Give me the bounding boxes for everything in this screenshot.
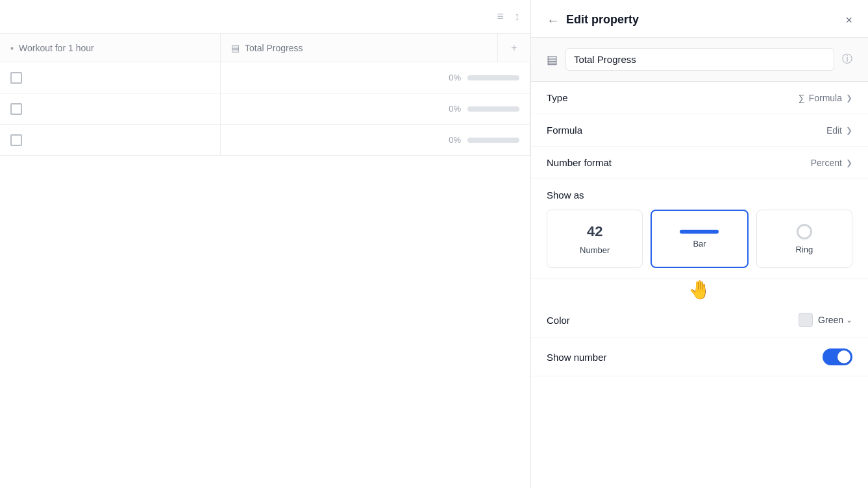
checkbox-2[interactable] — [10, 103, 22, 115]
number-format-chevron-icon: ❯ — [846, 158, 852, 167]
checkbox-1[interactable] — [10, 72, 22, 84]
table-header: ▪ Workout for 1 hour ▤ Total Progress + — [0, 34, 530, 62]
number-format-row: Number format Percent ❯ — [531, 147, 868, 179]
property-name-input[interactable] — [565, 48, 834, 71]
cell-progress-2: 0% — [221, 93, 530, 124]
number-format-value-button[interactable]: Percent ❯ — [811, 158, 852, 168]
number-option-label: Number — [580, 245, 610, 255]
workout-column-icon: ▪ — [10, 43, 14, 53]
color-right: Green ⌄ — [799, 313, 852, 327]
panel-header: ← Edit property × — [531, 0, 868, 38]
show-number-label: Show number — [547, 352, 607, 363]
cell-progress-1: 0% — [221, 62, 530, 93]
show-number-toggle[interactable] — [823, 348, 852, 365]
column-progress-label: Total Progress — [245, 43, 303, 53]
filter-icon[interactable]: ≡ — [497, 10, 504, 23]
type-chevron-icon: ❯ — [846, 93, 852, 103]
show-as-option-number[interactable]: 42 Number — [547, 210, 643, 268]
sort-icon[interactable]: ↕ — [514, 10, 520, 23]
formula-value-text: Edit — [826, 125, 842, 136]
type-value-button[interactable]: ∑ Formula ❯ — [799, 93, 852, 103]
show-as-option-ring[interactable]: Ring — [756, 210, 852, 268]
progress-value-1: 0% — [440, 73, 461, 82]
show-as-option-bar[interactable]: Bar 🤚 — [651, 210, 748, 268]
property-type-icon: ▤ — [547, 53, 558, 67]
progress-bar-bg-2 — [467, 106, 519, 112]
sigma-icon: ∑ — [799, 93, 805, 103]
table-row: 0% — [0, 62, 530, 93]
cell-checkbox-2[interactable] — [0, 93, 221, 124]
panel-header-left: ← Edit property — [547, 13, 639, 27]
ring-option-label: Ring — [795, 245, 813, 254]
formula-label: Formula — [547, 125, 582, 136]
add-column-button[interactable]: + — [498, 34, 530, 62]
type-row: Type ∑ Formula ❯ — [531, 82, 868, 114]
toolbar: ≡ ↕ — [0, 0, 530, 34]
show-number-row: Show number — [531, 338, 868, 376]
show-as-label: Show as — [547, 189, 852, 201]
ring-visual — [797, 224, 812, 239]
formula-chevron-icon: ❯ — [846, 126, 852, 135]
show-as-options: 42 Number Bar 🤚 Ring — [547, 210, 852, 268]
close-button[interactable]: × — [845, 14, 852, 26]
bar-visual — [680, 230, 719, 234]
type-value-text: Formula — [809, 93, 842, 103]
color-dropdown-button[interactable]: Green ⌄ — [818, 315, 852, 325]
cell-progress-3: 0% — [221, 125, 530, 155]
color-dropdown-arrow-icon: ⌄ — [846, 315, 852, 324]
info-icon[interactable]: ⓘ — [842, 53, 852, 66]
number-format-label: Number format — [547, 157, 612, 168]
number-format-value-text: Percent — [811, 158, 842, 168]
cell-checkbox-3[interactable] — [0, 125, 221, 155]
table-row: 0% — [0, 93, 530, 125]
spreadsheet-panel: ≡ ↕ ▪ Workout for 1 hour ▤ Total Progres… — [0, 0, 530, 488]
show-as-section: Show as 42 Number Bar 🤚 Ring — [531, 179, 868, 279]
progress-bar-bg-1 — [467, 75, 519, 80]
cursor-indicator: 🤚 — [688, 279, 711, 300]
toggle-knob — [837, 350, 850, 363]
progress-value-3: 0% — [440, 135, 461, 145]
back-button[interactable]: ← — [547, 14, 560, 27]
panel-title: Edit property — [566, 13, 639, 27]
number-visual: 42 — [587, 223, 602, 240]
formula-value-button[interactable]: Edit ❯ — [826, 125, 852, 136]
progress-column-icon: ▤ — [231, 43, 240, 53]
column-workout-label: Workout for 1 hour — [19, 43, 94, 53]
progress-bar-bg-3 — [467, 138, 519, 143]
progress-value-2: 0% — [440, 104, 461, 114]
color-row: Color Green ⌄ — [531, 302, 868, 338]
column-header-progress[interactable]: ▤ Total Progress — [221, 34, 498, 62]
color-value-text: Green — [818, 315, 843, 325]
column-header-workout[interactable]: ▪ Workout for 1 hour — [0, 34, 221, 62]
cell-checkbox-1[interactable] — [0, 62, 221, 93]
formula-row: Formula Edit ❯ — [531, 114, 868, 147]
bar-option-label: Bar — [693, 239, 706, 249]
edit-property-panel: ← Edit property × ▤ ⓘ Type ∑ Formula ❯ F… — [530, 0, 868, 488]
table-row: 0% — [0, 125, 530, 156]
color-label: Color — [547, 315, 570, 326]
checkbox-3[interactable] — [10, 134, 22, 146]
property-name-row: ▤ ⓘ — [531, 38, 868, 82]
color-swatch — [799, 313, 813, 327]
type-label: Type — [547, 92, 568, 103]
